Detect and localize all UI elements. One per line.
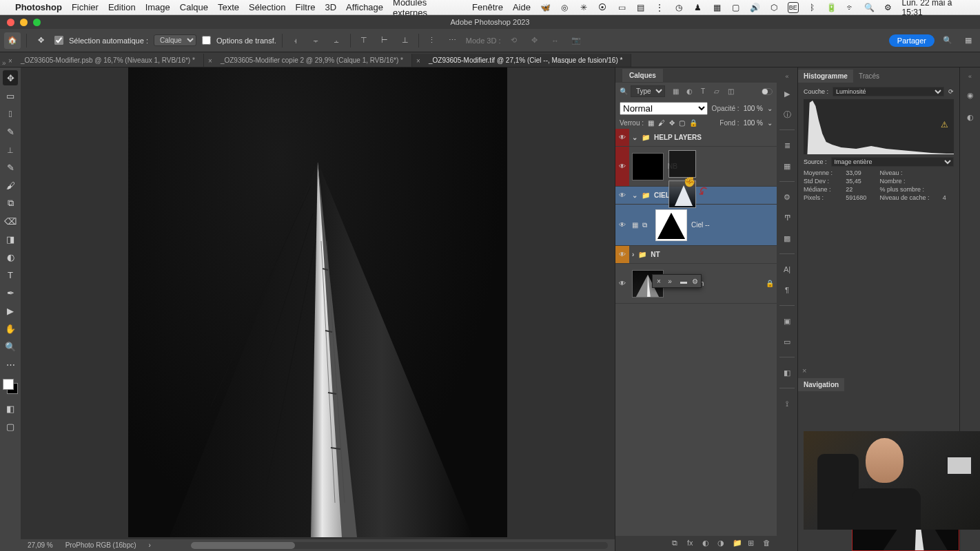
zoom-level[interactable]: 27,09 % bbox=[28, 541, 53, 549]
filter-smart-icon[interactable]: ◫ bbox=[726, 87, 735, 96]
battery-icon[interactable]: 🔋 bbox=[826, 2, 837, 13]
eyedropper-tool[interactable]: ✎ bbox=[3, 160, 18, 175]
play-actions-icon[interactable]: ▶ bbox=[780, 87, 794, 101]
slack-icon[interactable]: ✳ bbox=[578, 2, 589, 13]
layer-group-nt[interactable]: 👁 ›📁NT bbox=[615, 246, 777, 264]
type-tool[interactable]: T bbox=[3, 267, 18, 282]
menubar-clock[interactable]: Lun. 22 mai à 15:31 bbox=[902, 0, 973, 17]
canvas[interactable] bbox=[21, 67, 615, 539]
lasso-tool[interactable]: 𓍯 bbox=[3, 106, 18, 121]
status-chevron-icon[interactable]: › bbox=[149, 541, 151, 549]
align-middle-icon[interactable]: ⊢ bbox=[377, 33, 392, 48]
edit-toolbar[interactable]: ⋯ bbox=[3, 357, 18, 372]
visibility-toggle[interactable]: 👁 bbox=[615, 191, 629, 199]
group-icon[interactable]: 📁 bbox=[733, 539, 742, 548]
align-center-h-icon[interactable]: ⫟ bbox=[309, 33, 324, 48]
app-name[interactable]: Photoshop bbox=[15, 2, 62, 12]
doc-tab-1[interactable]: ×_OZ93605-Modifier.psb @ 16,7% (Niveaux … bbox=[4, 54, 204, 67]
move-tool[interactable]: ✥ bbox=[3, 70, 18, 85]
layers-panel-tab[interactable]: Calques bbox=[615, 67, 777, 83]
libraries-icon[interactable]: ▣ bbox=[780, 314, 794, 328]
delete-layer-icon[interactable]: 🗑 bbox=[763, 539, 773, 548]
layer-group-help[interactable]: 👁 ⌄📁HELP LAYERS bbox=[615, 129, 777, 147]
color-swatches[interactable] bbox=[3, 379, 18, 394]
auto-select-checkbox[interactable] bbox=[54, 36, 63, 45]
opacity-value[interactable]: 100 % bbox=[744, 105, 763, 112]
menu-edition[interactable]: Edition bbox=[108, 2, 136, 12]
opacity-chevron-icon[interactable]: ⌄ bbox=[767, 105, 773, 112]
menu-fichier[interactable]: Fichier bbox=[72, 2, 99, 12]
sound-icon[interactable]: 🔊 bbox=[749, 2, 760, 13]
adjustment-icon[interactable]: ◑ bbox=[717, 539, 727, 548]
distribute-icon[interactable]: ⋮ bbox=[425, 33, 440, 48]
wifi-icon[interactable]: ᯤ bbox=[845, 2, 856, 13]
close-float-icon[interactable]: × bbox=[654, 276, 664, 286]
adjustments-icon[interactable]: ▦ bbox=[780, 159, 794, 173]
group-chevron-icon[interactable]: › bbox=[632, 251, 634, 258]
align-left-icon[interactable]: ⫞ bbox=[288, 33, 303, 48]
menu-selection[interactable]: Sélection bbox=[249, 2, 285, 12]
note-icon[interactable]: ▤ bbox=[635, 2, 646, 13]
more-options-icon[interactable]: ⋯ bbox=[445, 33, 460, 48]
fill-value[interactable]: 100 % bbox=[744, 119, 763, 127]
filter-adjust-icon[interactable]: ◐ bbox=[684, 87, 694, 96]
refresh-icon[interactable]: ⟳ bbox=[948, 88, 954, 95]
menu-image[interactable]: Image bbox=[145, 2, 170, 12]
foreground-color-swatch[interactable] bbox=[3, 379, 14, 390]
info-icon[interactable]: ⓘ bbox=[780, 107, 794, 121]
maximize-window-icon[interactable] bbox=[33, 19, 41, 26]
hex-icon[interactable]: ⬡ bbox=[768, 2, 779, 13]
group-chevron-icon[interactable]: ⌄ bbox=[632, 191, 637, 199]
close-tab-icon[interactable]: × bbox=[8, 57, 12, 65]
filter-search-icon[interactable]: 🔍 bbox=[620, 87, 628, 95]
panel-collapse-icon[interactable]: « bbox=[968, 73, 972, 80]
lock-position-icon[interactable]: ✥ bbox=[669, 119, 675, 127]
panel-close-icon[interactable]: × bbox=[798, 365, 959, 376]
tab-histogram[interactable]: Histogramme bbox=[798, 70, 853, 83]
mask-feather-icon[interactable]: ⚙ bbox=[690, 276, 700, 286]
dots-icon[interactable]: ⋮ bbox=[654, 2, 665, 13]
lock-artboard-icon[interactable]: ▢ bbox=[679, 119, 685, 127]
properties-panel-icon[interactable]: ◐ bbox=[963, 110, 977, 124]
character-icon[interactable]: A| bbox=[780, 262, 794, 276]
clone-tool[interactable]: ⧉ bbox=[3, 196, 18, 211]
home-icon[interactable]: 🏠 bbox=[4, 32, 21, 49]
figure-icon[interactable]: ♟ bbox=[693, 2, 704, 13]
search-icon[interactable]: 🔍 bbox=[864, 2, 875, 13]
doc-tab-3[interactable]: ×_OZ93605-Modifier.tif @ 27,1% (Ciel --,… bbox=[412, 54, 631, 67]
control-center-icon[interactable]: ⚙ bbox=[883, 2, 894, 13]
menu-fenetre[interactable]: Fenêtre bbox=[472, 2, 503, 12]
mask-density-icon[interactable]: ▬ bbox=[679, 276, 688, 286]
bluetooth-icon[interactable]: ᛒ bbox=[807, 2, 818, 13]
visibility-toggle[interactable]: 👁 bbox=[615, 280, 629, 287]
marquee-tool[interactable]: ▭ bbox=[3, 88, 18, 103]
mask-thumbnail[interactable] bbox=[655, 209, 687, 241]
circle-icon[interactable]: ◎ bbox=[560, 2, 571, 13]
color-profile[interactable]: ProPhoto RGB (16bpc) bbox=[65, 541, 136, 549]
channel-select[interactable]: Luminosité bbox=[833, 87, 944, 96]
butterfly-icon[interactable]: 🦋 bbox=[540, 2, 551, 13]
filter-pixel-icon[interactable]: ▦ bbox=[671, 87, 680, 96]
visibility-toggle[interactable]: 👁 bbox=[615, 129, 629, 146]
doc-tab-2[interactable]: ×_OZ93605-Modifier copie 2 @ 29,9% (Calq… bbox=[204, 54, 412, 67]
filter-toggle[interactable] bbox=[762, 88, 773, 95]
filter-type-select[interactable]: Type bbox=[631, 85, 665, 97]
move-tool-icon[interactable]: ✥ bbox=[32, 32, 49, 49]
transform-checkbox[interactable] bbox=[202, 36, 211, 45]
link-layers-icon[interactable]: ⧉ bbox=[672, 539, 682, 548]
close-tab-icon[interactable]: × bbox=[416, 57, 420, 65]
quick-select-tool[interactable]: ✎ bbox=[3, 124, 18, 139]
crop-tool[interactable]: ⟂ bbox=[3, 142, 18, 157]
dodge-tool[interactable]: ◐ bbox=[3, 249, 18, 264]
window-icon[interactable]: ▭ bbox=[780, 335, 794, 349]
measure-icon[interactable]: ⟟ bbox=[780, 397, 794, 410]
menu-aide[interactable]: Aide bbox=[513, 2, 531, 12]
tab-navigation[interactable]: Navigation bbox=[798, 378, 844, 391]
lock-transparency-icon[interactable]: ▦ bbox=[648, 119, 654, 127]
menu-3d[interactable]: 3D bbox=[325, 2, 336, 12]
panel-collapse-icon[interactable]: « bbox=[785, 73, 788, 80]
paragraph-icon[interactable]: ¶ bbox=[780, 283, 794, 297]
menu-texte[interactable]: Texte bbox=[218, 2, 239, 12]
color-panel-icon[interactable]: ◉ bbox=[963, 88, 977, 102]
screen-mode-icon[interactable]: ▢ bbox=[3, 419, 18, 434]
